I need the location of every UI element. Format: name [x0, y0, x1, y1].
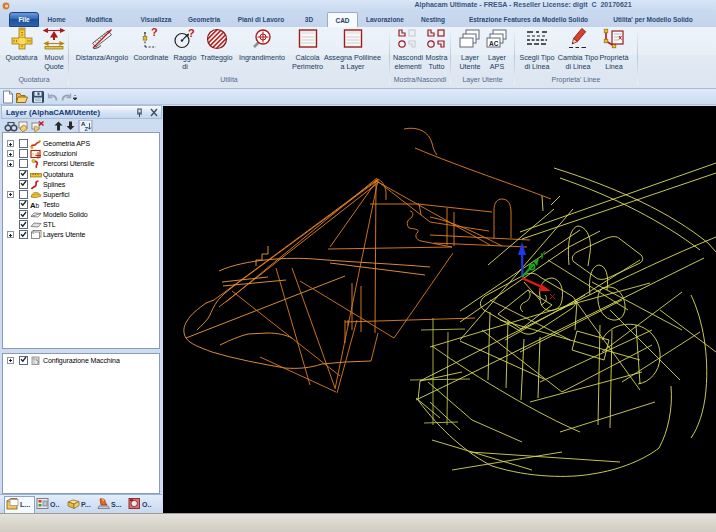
svg-text:P...: P...: [81, 501, 91, 508]
svg-text:S...: S...: [111, 501, 122, 508]
svg-text:?: ?: [188, 27, 195, 39]
svg-text:O..: O..: [142, 501, 151, 508]
svg-text:AC: AC: [489, 40, 499, 47]
svg-text:?: ?: [151, 27, 158, 38]
svg-text:O..: O..: [50, 501, 59, 508]
svg-text:L...: L...: [20, 501, 30, 508]
svg-text:b: b: [36, 202, 40, 209]
